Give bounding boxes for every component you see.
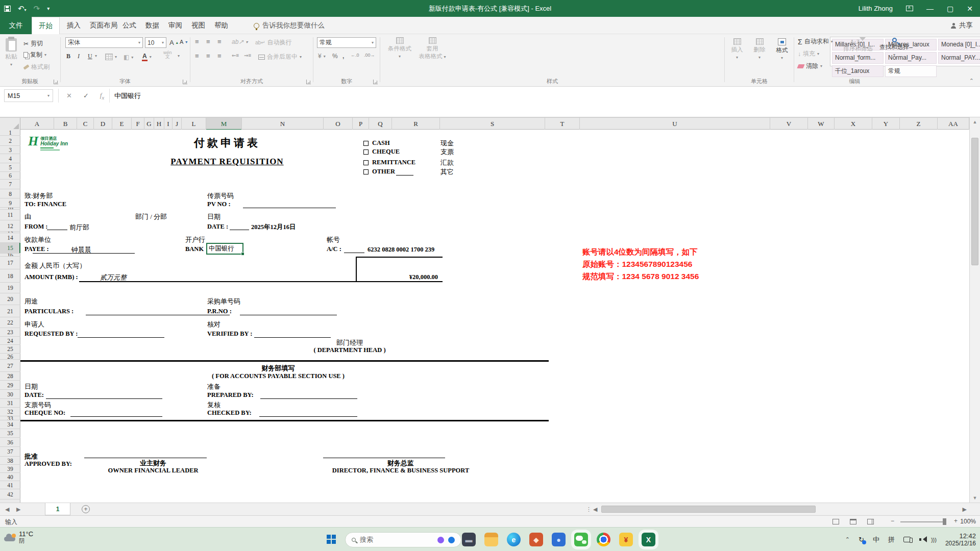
normal-view-icon[interactable] bbox=[832, 519, 846, 526]
column-header[interactable]: E bbox=[112, 118, 132, 130]
start-button[interactable] bbox=[327, 535, 336, 544]
wrap-text-button[interactable]: ab↵ 自动换行 bbox=[255, 38, 292, 47]
comma-style-icon[interactable]: , bbox=[342, 53, 344, 60]
column-header[interactable]: Z bbox=[900, 118, 938, 130]
format-as-table-button[interactable]: 套用表格格式 ▾ bbox=[416, 37, 448, 60]
font-color-icon[interactable]: A▾ bbox=[142, 53, 152, 61]
font-size-combo[interactable]: 10▾ bbox=[145, 37, 166, 48]
finance-app-icon[interactable]: ¥ bbox=[619, 533, 633, 546]
row-header[interactable]: 6 bbox=[0, 172, 20, 180]
fill-button[interactable]: ↓ 填充 ▾ bbox=[798, 49, 819, 58]
row-header[interactable]: 22 bbox=[0, 317, 20, 328]
taskbar-clock[interactable]: 12:42 2025/12/16 bbox=[945, 532, 976, 547]
row-header[interactable]: 17 bbox=[0, 257, 20, 269]
increase-indent-icon[interactable]: ⇒≡ bbox=[244, 53, 251, 58]
edge-icon[interactable]: e bbox=[507, 533, 521, 546]
row-header[interactable]: 35 bbox=[0, 429, 20, 438]
row-header[interactable]: 19 bbox=[0, 283, 20, 293]
zoom-in-icon[interactable]: + bbox=[954, 517, 958, 524]
sheet-canvas[interactable] bbox=[20, 130, 969, 503]
row-header[interactable]: 39 bbox=[0, 465, 20, 473]
row-header[interactable]: 42 bbox=[0, 489, 20, 499]
column-header[interactable]: T bbox=[545, 118, 580, 130]
row-header[interactable]: 5 bbox=[0, 163, 20, 172]
column-header[interactable]: F bbox=[132, 118, 144, 130]
row-header[interactable]: 4 bbox=[0, 154, 20, 163]
column-header[interactable]: I bbox=[164, 118, 173, 130]
sheet-tab-1[interactable]: 1 bbox=[45, 503, 70, 515]
row-header[interactable]: 9 bbox=[0, 198, 20, 208]
row-header[interactable]: 21 bbox=[0, 305, 20, 317]
align-top-icon[interactable]: ≡ bbox=[195, 38, 199, 45]
row-header[interactable]: 40 bbox=[0, 473, 20, 481]
taskbar-app-blue-icon[interactable]: ● bbox=[552, 533, 566, 546]
conditional-formatting-button[interactable]: 条件格式▾ bbox=[384, 37, 415, 59]
insert-function-icon[interactable]: fx bbox=[100, 91, 104, 101]
excel-icon[interactable]: X bbox=[642, 533, 655, 546]
bold-button[interactable]: B bbox=[66, 53, 70, 60]
increase-decimal-icon[interactable]: ←.0 bbox=[351, 53, 359, 58]
name-box[interactable]: M15▾ bbox=[4, 89, 53, 102]
column-header[interactable]: L bbox=[182, 118, 206, 130]
column-header[interactable]: U bbox=[580, 118, 770, 130]
select-all-corner[interactable] bbox=[0, 118, 20, 130]
find-select-button[interactable]: 查找和选择▾ bbox=[876, 37, 912, 57]
column-header[interactable]: V bbox=[770, 118, 808, 130]
italic-button[interactable]: I bbox=[78, 53, 80, 60]
row-header[interactable]: 26 bbox=[0, 354, 20, 360]
phonetic-guide-icon[interactable]: wén文 bbox=[163, 51, 172, 59]
zoom-level[interactable]: 100% bbox=[960, 518, 976, 525]
row-header[interactable]: 15 bbox=[0, 243, 20, 254]
row-header[interactable]: 12 bbox=[0, 220, 20, 232]
accounting-format-icon[interactable]: ¥▾ bbox=[318, 53, 326, 60]
row-header[interactable]: 28 bbox=[0, 372, 20, 381]
tab-file[interactable]: 文件 bbox=[0, 17, 32, 34]
hidden-icons-chevron[interactable]: ⌃ bbox=[845, 536, 850, 543]
horizontal-scrollbar-thumb[interactable] bbox=[601, 506, 816, 513]
column-header[interactable]: M bbox=[206, 118, 242, 130]
column-header[interactable]: AA bbox=[938, 118, 969, 130]
column-header[interactable]: X bbox=[835, 118, 872, 130]
cell-style-item[interactable]: Moneda [0]_I... bbox=[938, 39, 980, 51]
account-user-name[interactable]: Lilith Zhong bbox=[859, 5, 893, 12]
sheet-next-icon[interactable]: ▶ bbox=[16, 506, 20, 513]
underline-button[interactable]: U bbox=[88, 53, 92, 60]
row-header[interactable]: 18 bbox=[0, 269, 20, 283]
cell-style-item[interactable]: Normal_PAY... bbox=[938, 52, 980, 64]
column-header[interactable]: Y bbox=[872, 118, 900, 130]
row-header[interactable]: 23 bbox=[0, 328, 20, 337]
checkbox-other[interactable] bbox=[363, 169, 369, 174]
ime-pinyin-indicator[interactable]: 拼 bbox=[888, 535, 895, 544]
column-header[interactable]: H bbox=[154, 118, 164, 130]
column-header[interactable]: Q bbox=[369, 118, 392, 130]
column-header[interactable]: B bbox=[54, 118, 77, 130]
row-header[interactable]: 7 bbox=[0, 180, 20, 189]
tell-me-box[interactable]: 告诉我你想要做什么 bbox=[254, 17, 325, 34]
zoom-out-icon[interactable]: − bbox=[891, 517, 894, 524]
taskbar-search[interactable]: 搜索 bbox=[345, 532, 461, 547]
clipboard-dialog-launcher-icon[interactable] bbox=[54, 80, 58, 84]
row-header[interactable]: 24 bbox=[0, 337, 20, 345]
row-header[interactable]: 30 bbox=[0, 390, 20, 399]
volume-icon[interactable] bbox=[919, 536, 927, 543]
horizontal-scrollbar[interactable]: ◀ ▶ bbox=[591, 505, 969, 514]
row-header[interactable]: 1 bbox=[0, 130, 20, 136]
chrome-icon[interactable] bbox=[597, 533, 610, 546]
format-painter-button[interactable]: 格式刷 bbox=[23, 63, 50, 71]
taskbar-app-launcher-icon[interactable]: ▬ bbox=[462, 533, 476, 546]
alignment-dialog-launcher-icon[interactable] bbox=[306, 80, 311, 84]
column-header[interactable]: D bbox=[94, 118, 112, 130]
format-cells-button[interactable]: 格式▾ bbox=[771, 38, 793, 60]
file-explorer-icon[interactable] bbox=[484, 533, 498, 546]
row-header[interactable]: 36 bbox=[0, 438, 20, 447]
maximize-button[interactable]: ▢ bbox=[947, 5, 953, 12]
checkbox-cash[interactable] bbox=[363, 141, 369, 146]
phonetic-dropdown-icon[interactable]: ▾ bbox=[178, 54, 180, 58]
paste-button[interactable]: 粘贴▾ bbox=[5, 38, 17, 67]
wechat-icon[interactable] bbox=[574, 533, 588, 546]
selected-cell-M15[interactable]: 中国银行 bbox=[206, 243, 243, 255]
display-device-icon[interactable] bbox=[903, 537, 911, 542]
orientation-icon[interactable]: ab↗▾ bbox=[232, 38, 248, 45]
row-header[interactable]: 20 bbox=[0, 293, 20, 305]
row-header[interactable]: 38 bbox=[0, 457, 20, 465]
